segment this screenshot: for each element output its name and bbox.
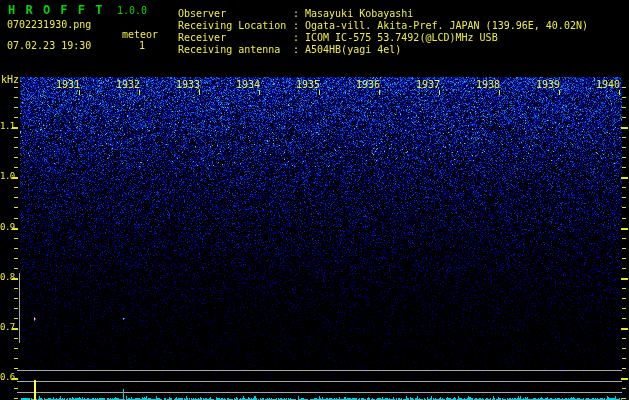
freq-axis-label: 0.6 (0, 373, 13, 383)
time-axis-label: 1933 (176, 79, 200, 90)
freq-axis-label: 1.1 (0, 122, 13, 132)
time-axis-label: 1931 (56, 79, 80, 90)
app-title: H R O F F T (8, 4, 104, 17)
time-axis-label: 1939 (536, 79, 560, 90)
info-separator: : (293, 44, 305, 55)
time-axis-label: 1938 (476, 79, 500, 90)
time-axis-label: 1940 (596, 79, 620, 90)
time-axis-label: 1932 (116, 79, 140, 90)
time-axis-label: 1937 (416, 79, 440, 90)
freq-axis-label: 0.8 (0, 273, 13, 283)
mode-label: meteor (122, 29, 158, 40)
info-label: Receiving Location (178, 20, 293, 31)
station-row-receiver: Receiver:ICOM IC-575 53.7492(@LCD)MHz US… (178, 32, 498, 43)
info-value: Masayuki Kobayashi (305, 8, 413, 19)
info-separator: : (293, 32, 305, 43)
time-axis-label: 1936 (356, 79, 380, 90)
freq-axis-unit: kHz (1, 74, 19, 85)
datetime-label: 07.02.23 19:30 (7, 40, 91, 51)
hrofft-output-image: H R O F F T 1.0.0 0702231930.png meteor … (0, 0, 629, 400)
freq-axis-label: 0.9 (0, 223, 13, 233)
info-separator: : (293, 20, 305, 31)
time-axis-label: 1934 (236, 79, 260, 90)
info-label: Receiver (178, 32, 293, 43)
freq-axis-label: 1.0 (0, 172, 13, 182)
info-value: A504HB(yagi 4el) (305, 44, 401, 55)
freq-axis-label: 0.7 (0, 323, 13, 333)
info-label: Observer (178, 8, 293, 19)
station-row-antenna: Receiving antenna:A504HB(yagi 4el) (178, 44, 401, 55)
info-label: Receiving antenna (178, 44, 293, 55)
info-value: Ogata-vill. Akita-Pref. JAPAN (139.96E, … (305, 20, 588, 31)
app-version: 1.0.0 (117, 5, 147, 16)
info-separator: : (293, 8, 305, 19)
info-value: ICOM IC-575 53.7492(@LCD)MHz USB (305, 32, 498, 43)
time-axis-label: 1935 (296, 79, 320, 90)
station-row-location: Receiving Location:Ogata-vill. Akita-Pre… (178, 20, 588, 31)
spectrogram-canvas (0, 0, 629, 400)
station-row-observer: Observer:Masayuki Kobayashi (178, 8, 413, 19)
filename-label: 0702231930.png (7, 19, 91, 30)
meteor-count: 1 (139, 40, 145, 51)
